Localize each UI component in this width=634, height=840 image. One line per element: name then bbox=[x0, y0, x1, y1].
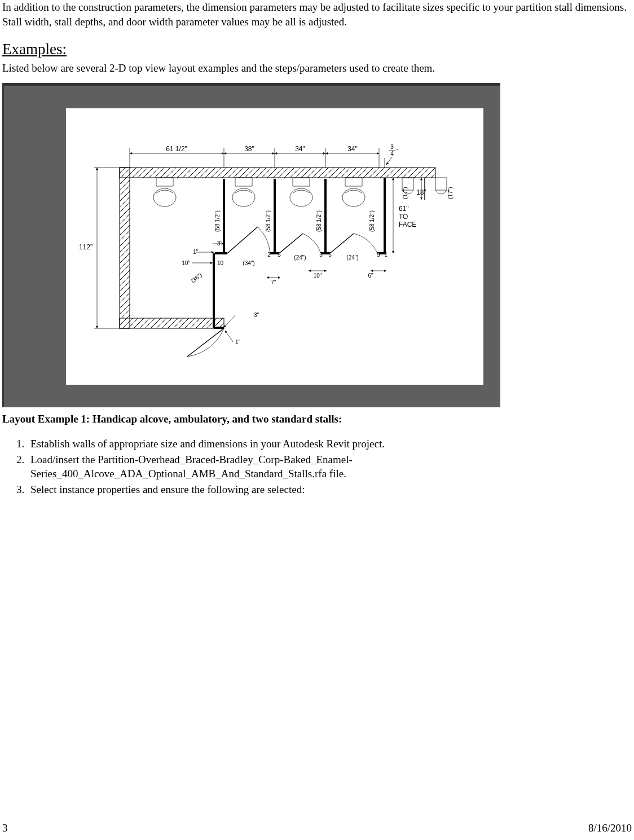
svg-rect-10 bbox=[345, 178, 362, 186]
svg-rect-0 bbox=[120, 168, 435, 178]
svg-line-19 bbox=[187, 328, 224, 357]
toilet-icon bbox=[232, 178, 255, 206]
svg-line-21 bbox=[279, 234, 303, 253]
dim-label: (36") bbox=[190, 272, 203, 284]
svg-text:10": 10" bbox=[314, 272, 322, 279]
svg-text:38": 38" bbox=[244, 145, 254, 153]
svg-rect-4 bbox=[156, 178, 173, 186]
svg-text:TO: TO bbox=[399, 213, 408, 221]
toilet-icon bbox=[342, 178, 365, 206]
svg-text:3": 3" bbox=[254, 312, 259, 318]
layout-figure-container: 112" 61 1/2" 38" 34" 34" 3 bbox=[2, 83, 500, 407]
door-swing bbox=[279, 234, 321, 253]
svg-line-44 bbox=[386, 157, 392, 165]
svg-text:10": 10" bbox=[182, 260, 190, 266]
outer-wall bbox=[120, 168, 435, 328]
svg-rect-2 bbox=[120, 318, 224, 328]
svg-rect-6 bbox=[235, 178, 252, 186]
svg-text:5: 5 bbox=[377, 252, 380, 258]
toilet-icon bbox=[290, 178, 312, 206]
svg-text:FACE: FACE bbox=[399, 221, 416, 228]
examples-heading: Examples: bbox=[2, 39, 632, 59]
svg-line-75 bbox=[225, 331, 233, 342]
svg-line-22 bbox=[330, 234, 354, 253]
front-rail bbox=[214, 253, 386, 328]
svg-text:3: 3 bbox=[390, 144, 394, 150]
list-item: Select instance properties and ensure th… bbox=[27, 482, 632, 497]
dim-label: (58 1/2") bbox=[316, 210, 322, 232]
svg-text:61 1/2": 61 1/2" bbox=[166, 145, 187, 153]
dim-alcove-bottom: 3" 1" bbox=[224, 312, 259, 345]
svg-text:": " bbox=[397, 148, 399, 155]
svg-rect-12 bbox=[435, 178, 447, 190]
layout1-caption: Layout Example 1: Handicap alcove, ambul… bbox=[2, 412, 632, 426]
examples-lead: Listed below are several 2-D top view la… bbox=[2, 61, 632, 76]
svg-text:5: 5 bbox=[319, 252, 323, 258]
layout-figure: 112" 61 1/2" 38" 34" 34" 3 bbox=[66, 108, 483, 385]
svg-rect-1 bbox=[120, 168, 130, 328]
svg-point-7 bbox=[290, 188, 312, 206]
door-swing bbox=[227, 227, 270, 253]
svg-text:10: 10 bbox=[217, 260, 224, 266]
list-item: Load/insert the Partition-Overhead_Brace… bbox=[27, 452, 632, 481]
dim-label: 112" bbox=[79, 243, 93, 251]
toilet-icon bbox=[153, 178, 176, 206]
svg-text:34": 34" bbox=[347, 145, 358, 153]
dim-label: (58 1/2") bbox=[369, 210, 375, 232]
svg-text:2: 2 bbox=[267, 252, 271, 258]
layout-diagram-svg: 112" 61 1/2" 38" 34" 34" 3 bbox=[66, 108, 483, 385]
svg-text:5: 5 bbox=[278, 252, 281, 258]
list-item: Establish walls of appropriate size and … bbox=[27, 437, 632, 451]
layout1-steps: Establish walls of appropriate size and … bbox=[15, 437, 632, 497]
dim-top-widths: 61 1/2" 38" 34" 34" bbox=[130, 145, 379, 168]
dim-urinal: (17") 18" (17") bbox=[402, 178, 454, 200]
dim-wall-thickness: 3 4 " bbox=[385, 144, 399, 168]
svg-text:1: 1 bbox=[384, 252, 388, 258]
urinal-icon bbox=[435, 178, 447, 194]
dim-label: (24") bbox=[346, 254, 358, 261]
svg-text:6": 6" bbox=[368, 272, 373, 279]
dim-label: (34") bbox=[243, 260, 254, 266]
svg-text:3": 3" bbox=[217, 240, 223, 247]
svg-line-20 bbox=[227, 227, 258, 253]
svg-text:1": 1" bbox=[193, 249, 199, 255]
svg-text:(17"): (17") bbox=[447, 187, 454, 199]
svg-point-5 bbox=[232, 188, 255, 206]
dim-label: (58 1/2") bbox=[214, 210, 221, 232]
svg-text:5: 5 bbox=[328, 252, 332, 258]
svg-text:(17"): (17") bbox=[402, 187, 408, 199]
svg-point-9 bbox=[342, 188, 365, 206]
intro-paragraph: In addition to the construction paramete… bbox=[2, 0, 632, 29]
door-swing bbox=[330, 234, 377, 253]
dim-label: (58 1/2") bbox=[265, 210, 271, 232]
door-swing bbox=[187, 328, 224, 357]
dim-label: (24") bbox=[294, 254, 306, 261]
svg-text:7": 7" bbox=[271, 279, 276, 285]
svg-point-3 bbox=[153, 188, 176, 206]
svg-text:4: 4 bbox=[390, 151, 394, 157]
svg-text:1": 1" bbox=[235, 339, 241, 345]
svg-text:61": 61" bbox=[399, 205, 409, 213]
svg-text:34": 34" bbox=[295, 145, 305, 153]
svg-line-73 bbox=[224, 315, 235, 327]
dim-overall-depth: 112" bbox=[79, 168, 120, 328]
svg-rect-8 bbox=[293, 178, 310, 186]
